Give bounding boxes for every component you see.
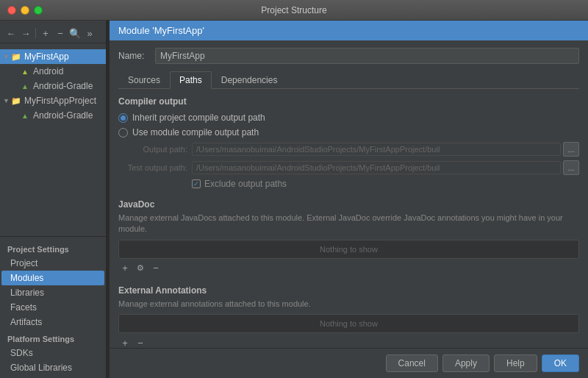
javadoc-desc: Manage external JavaDocs attached to thi… — [118, 213, 579, 235]
android-icon: ▲ — [19, 65, 31, 77]
back-button[interactable]: ← — [4, 26, 18, 40]
radio-inherit-label: Inherit project compile output path — [132, 113, 265, 123]
name-label: Name: — [118, 51, 155, 61]
platform-settings-header: Platform Settings — [1, 332, 104, 346]
javadoc-configure-button[interactable]: ⚙ — [134, 262, 147, 275]
tree-item-android-gradle2[interactable]: ▲ Android-Gradle — [0, 108, 106, 123]
test-output-path-row: Test output path: ... — [118, 160, 579, 175]
exclude-label: Exclude output paths — [204, 179, 287, 189]
tab-paths[interactable]: Paths — [170, 71, 212, 89]
panel-header: Module 'MyFirstApp' — [110, 21, 588, 40]
tree-item-android[interactable]: ▲ Android — [0, 64, 106, 79]
sidebar-item-global-libraries[interactable]: Global Libraries — [1, 360, 104, 375]
tree-item-myfirstappproject[interactable]: ▼ 📁 MyFirstAppProject — [0, 93, 106, 108]
test-output-label: Test output path: — [118, 163, 192, 172]
close-button[interactable] — [7, 6, 16, 15]
javadoc-section: JavaDoc Manage external JavaDocs attache… — [118, 199, 579, 275]
tree-item-android-gradle[interactable]: ▲ Android-Gradle — [0, 79, 106, 93]
project-settings-header: Project Settings — [1, 243, 104, 256]
ext-remove-button[interactable]: − — [134, 336, 147, 348]
help-button[interactable]: Help — [494, 354, 537, 372]
ok-button[interactable]: OK — [542, 354, 579, 372]
javadoc-add-button[interactable]: + — [118, 262, 132, 275]
tab-dependencies[interactable]: Dependencies — [212, 71, 287, 89]
right-panel: Module 'MyFirstApp' Name: Sources Paths … — [110, 21, 588, 378]
external-annotations-section: External Annotations Manage external ann… — [118, 285, 579, 348]
sidebar-item-sdks[interactable]: SDKs — [1, 346, 104, 360]
module-icon: 📁 — [10, 51, 22, 63]
left-nav: Project Settings Project Modules Librari… — [0, 236, 106, 375]
minimize-button[interactable] — [21, 6, 29, 15]
exclude-checkbox-row: Exclude output paths — [192, 179, 579, 189]
tree-item-label: Android-Gradle — [33, 110, 93, 121]
panel-body: Name: Sources Paths Dependencies Compile… — [110, 40, 588, 348]
gradle-icon: ▲ — [19, 110, 31, 121]
output-path-input[interactable] — [192, 143, 561, 156]
external-annotations-desc: Manage external annotations attached to … — [118, 299, 579, 310]
apply-button[interactable]: Apply — [442, 354, 490, 372]
cancel-button[interactable]: Cancel — [386, 354, 438, 372]
radio-module-label: Use module compile output path — [132, 127, 259, 138]
external-annotations-empty-label: Nothing to show — [118, 314, 579, 333]
javadoc-remove-button[interactable]: − — [149, 262, 162, 275]
radio-module-circle[interactable] — [118, 128, 128, 138]
title-bar: Project Structure — [0, 0, 588, 21]
test-output-browse-button[interactable]: ... — [563, 160, 579, 175]
tabs-bar: Sources Paths Dependencies — [118, 71, 579, 89]
tree-item-label: MyFirstAppProject — [24, 96, 96, 106]
sidebar-item-artifacts[interactable]: Artifacts — [1, 315, 104, 329]
window-title: Project Structure — [261, 5, 326, 15]
javadoc-title: JavaDoc — [118, 199, 579, 210]
gradle-icon: ▲ — [19, 80, 31, 92]
tree-item-label: MyFirstApp — [24, 51, 69, 62]
module-tree: ▼ 📁 MyFirstApp ▲ Android ▲ Android-Gradl… — [0, 46, 106, 236]
radio-inherit-circle[interactable] — [118, 113, 128, 123]
javadoc-empty-label: Nothing to show — [118, 240, 579, 259]
window-controls[interactable] — [7, 6, 43, 15]
compiler-output-heading: Compiler output — [118, 96, 579, 107]
output-path-browse-button[interactable]: ... — [563, 142, 579, 157]
tab-sources[interactable]: Sources — [118, 71, 170, 89]
javadoc-toolbar: + ⚙ − — [118, 262, 579, 275]
sidebar-item-facets[interactable]: Facets — [1, 300, 104, 315]
expand-arrow: ▼ — [3, 53, 10, 60]
name-input[interactable] — [155, 48, 579, 64]
test-output-input[interactable] — [192, 161, 561, 174]
footer: Cancel Apply Help OK — [110, 348, 588, 378]
external-annotations-title: External Annotations — [118, 285, 579, 296]
search-button[interactable]: 🔍 — [68, 26, 82, 40]
sidebar-item-modules[interactable]: Modules — [1, 271, 104, 285]
radio-module[interactable]: Use module compile output path — [118, 127, 579, 138]
toolbar-separator — [35, 28, 36, 38]
output-path-label: Output path: — [118, 145, 192, 154]
remove-button[interactable]: − — [54, 26, 67, 40]
expand-arrow: ▼ — [3, 97, 10, 104]
radio-inherit[interactable]: Inherit project compile output path — [118, 113, 579, 123]
exclude-checkbox[interactable] — [192, 179, 201, 188]
sidebar-toolbar: ← → + − 🔍 » — [0, 24, 106, 43]
output-path-row: Output path: ... — [118, 142, 579, 157]
more-button[interactable]: » — [83, 26, 96, 40]
tree-item-label: Android-Gradle — [33, 81, 93, 91]
external-annotations-toolbar: + − — [118, 336, 579, 348]
sidebar-item-libraries[interactable]: Libraries — [1, 285, 104, 300]
sidebar: ← → + − 🔍 » ▼ 📁 MyFirstApp ▲ Android — [0, 21, 107, 378]
maximize-button[interactable] — [34, 6, 43, 15]
forward-button[interactable]: → — [19, 26, 32, 40]
sidebar-item-project[interactable]: Project — [1, 256, 104, 271]
tree-item-myfirstapp[interactable]: ▼ 📁 MyFirstApp — [0, 49, 106, 64]
tree-item-label: Android — [33, 66, 63, 76]
name-field-row: Name: — [118, 48, 579, 64]
add-button[interactable]: + — [39, 26, 52, 40]
module-icon: 📁 — [10, 95, 22, 107]
ext-add-button[interactable]: + — [118, 336, 132, 348]
